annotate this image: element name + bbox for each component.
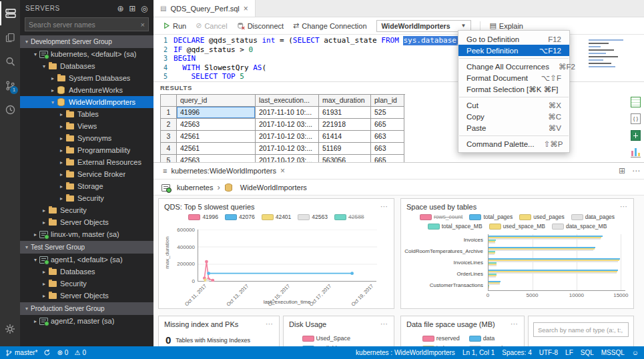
encoding-setting[interactable]: UTF-8: [539, 349, 558, 356]
table-row[interactable]: 1419962017-11-10 10:...61931525: [161, 107, 405, 119]
tree-item[interactable]: ▸Security: [20, 278, 153, 290]
tree-item[interactable]: ▾kubernetes, <default> (sa): [20, 48, 153, 60]
settings-gear-icon[interactable]: [0, 317, 20, 341]
legend-item[interactable]: used_space_MB: [489, 223, 545, 230]
grid-cell[interactable]: 61931: [319, 107, 371, 119]
eol-setting[interactable]: LF: [565, 349, 573, 356]
run-button[interactable]: Run: [159, 21, 190, 31]
menu-item-peek-definition[interactable]: Peek Definition⌥F12: [458, 45, 569, 56]
breadcrumb-server[interactable]: kubernetes: [177, 184, 213, 192]
tab-qds-query-perf[interactable]: ▤ QDS_Query_Perf.sql ×: [153, 0, 256, 17]
grid-cell[interactable]: 42563: [177, 155, 256, 162]
widget-more-actions-icon[interactable]: ⋯: [620, 202, 628, 211]
menu-item-go-to-definition[interactable]: Go to DefinitionF12: [458, 33, 569, 45]
panel-more-actions-icon[interactable]: ⋯: [632, 166, 640, 175]
save-as-excel-icon[interactable]: [631, 130, 641, 141]
indentation-setting[interactable]: Spaces: 4: [502, 349, 531, 356]
server-search-box[interactable]: ×: [25, 17, 149, 31]
server-group-header[interactable]: ▾Development Server Group: [20, 35, 153, 48]
server-group-header[interactable]: ▾Production Server Group: [20, 302, 153, 315]
tree-item[interactable]: ▸AdventureWorks: [20, 84, 153, 96]
panel-layout-icon[interactable]: ⊞: [619, 166, 625, 175]
tree-item[interactable]: ▾WideWorldImporters: [20, 96, 153, 108]
cursor-position[interactable]: Ln 1, Col 1: [462, 349, 495, 356]
tree-item[interactable]: ▸Server Objects: [20, 216, 153, 228]
change-connection-button[interactable]: ⇄ Change Connection: [289, 20, 370, 31]
grid-cell[interactable]: 42563: [177, 119, 256, 131]
new-server-group-icon[interactable]: ⊞: [129, 4, 136, 13]
grid-cell[interactable]: 2017-10-12 03:...: [256, 143, 319, 155]
widget-more-actions-icon[interactable]: ⋯: [380, 202, 388, 211]
git-branch-indicator[interactable]: master*: [5, 349, 37, 357]
column-header[interactable]: query_id: [177, 95, 256, 107]
menu-item-copy[interactable]: Copy⌘C: [458, 111, 569, 122]
table-row[interactable]: 5425632017-10-12 03:...563056665: [161, 155, 405, 162]
sync-button[interactable]: [43, 349, 51, 356]
tree-item[interactable]: ▸Security: [20, 204, 153, 216]
grid-cell[interactable]: 61414: [319, 131, 371, 143]
tree-item[interactable]: ▸Storage: [20, 180, 153, 192]
column-header[interactable]: plan_id: [371, 95, 404, 107]
legend-item[interactable]: 42076: [225, 214, 255, 220]
grid-cell[interactable]: 525: [371, 107, 404, 119]
widget-more-actions-icon[interactable]: ⋯: [266, 320, 274, 328]
legend-item[interactable]: 42401: [262, 214, 292, 220]
menu-item-paste[interactable]: Paste⌘V: [458, 122, 569, 133]
grid-cell[interactable]: 42561: [177, 143, 256, 155]
legend-item[interactable]: 41996: [188, 214, 218, 220]
menu-item-change-all-occurrences[interactable]: Change All Occurrences⌘F2: [458, 61, 569, 72]
grid-cell[interactable]: 665: [371, 155, 404, 162]
legend-item[interactable]: reserved: [422, 335, 460, 342]
tree-item[interactable]: ▸Views: [20, 120, 153, 132]
tree-item[interactable]: ▸Security: [20, 192, 153, 204]
grid-cell[interactable]: 2017-11-10 10:...: [256, 107, 319, 119]
connection-status[interactable]: kubernetes : WideWorldImporters: [356, 349, 455, 356]
table-row[interactable]: 2425632017-10-12 03:...221918665: [161, 119, 405, 131]
tree-item[interactable]: ▸Programmability: [20, 144, 153, 156]
save-as-csv-icon[interactable]: [631, 97, 641, 107]
server-group-header[interactable]: ▾Test Server Group: [20, 241, 153, 254]
new-connection-icon[interactable]: ⊕: [117, 4, 125, 13]
menu-item-command-palette[interactable]: Command Palette...⇧⌘P: [458, 138, 569, 149]
feedback-smiley-icon[interactable]: ☺: [632, 349, 639, 356]
dashboard-tab[interactable]: ≡ kubernetes:WideWorldImporters ×: [157, 163, 290, 179]
grid-cell[interactable]: 2017-10-12 03:...: [256, 119, 319, 131]
legend-item[interactable]: data_space_MB: [552, 223, 607, 230]
grid-cell[interactable]: 663: [371, 131, 404, 143]
minimap[interactable]: [587, 37, 629, 75]
breadcrumb-database[interactable]: WideWorldImporters: [240, 184, 307, 192]
widget-more-actions-icon[interactable]: ⋯: [511, 320, 519, 328]
grid-cell[interactable]: 51169: [319, 143, 371, 155]
widget-more-actions-icon[interactable]: ⋯: [380, 320, 388, 328]
grid-cell[interactable]: 41996: [177, 107, 256, 119]
table-row[interactable]: 3425612017-10-12 03:...61414663: [161, 131, 405, 143]
tree-item[interactable]: ▾agent1, <default> (sa): [20, 254, 153, 266]
active-connections-icon[interactable]: ◎: [141, 4, 148, 13]
legend-item[interactable]: used_pages: [519, 214, 564, 220]
menu-item-format-document[interactable]: Format Document⌥⇧F: [458, 72, 569, 83]
legend-item[interactable]: Used_Space: [302, 335, 351, 342]
grid-cell[interactable]: 221918: [319, 119, 371, 131]
legend-item[interactable]: total_pages: [469, 214, 513, 220]
grid-cell[interactable]: 663: [371, 143, 404, 155]
server-search-input[interactable]: [29, 21, 141, 29]
save-as-json-icon[interactable]: { }: [631, 113, 641, 124]
column-header[interactable]: max_duration: [319, 95, 371, 107]
language-mode[interactable]: SQL: [581, 349, 594, 356]
object-search-input[interactable]: [533, 322, 629, 337]
legend-item[interactable]: data_pages: [571, 214, 615, 220]
tree-item[interactable]: ▸linux-vm, master (sa): [20, 228, 153, 240]
code-line[interactable]: 5 SELECT TOP 5: [153, 72, 644, 81]
legend-item[interactable]: 42563: [298, 214, 328, 220]
tree-item[interactable]: ▸Tables: [20, 108, 153, 120]
view-as-chart-icon[interactable]: [631, 147, 641, 157]
clear-search-icon[interactable]: ×: [141, 21, 145, 29]
tree-item[interactable]: ▸System Databases: [20, 72, 153, 84]
tree-item[interactable]: ▸Server Objects: [20, 290, 153, 302]
warnings-indicator[interactable]: ⚠0: [74, 349, 86, 356]
close-tab-icon[interactable]: ×: [244, 4, 248, 13]
grid-cell[interactable]: 563056: [319, 155, 371, 162]
legend-item[interactable]: 42588: [334, 214, 364, 220]
code-line[interactable]: 2IF @qds_status > 0: [153, 45, 644, 55]
legend-item[interactable]: data: [469, 335, 503, 342]
